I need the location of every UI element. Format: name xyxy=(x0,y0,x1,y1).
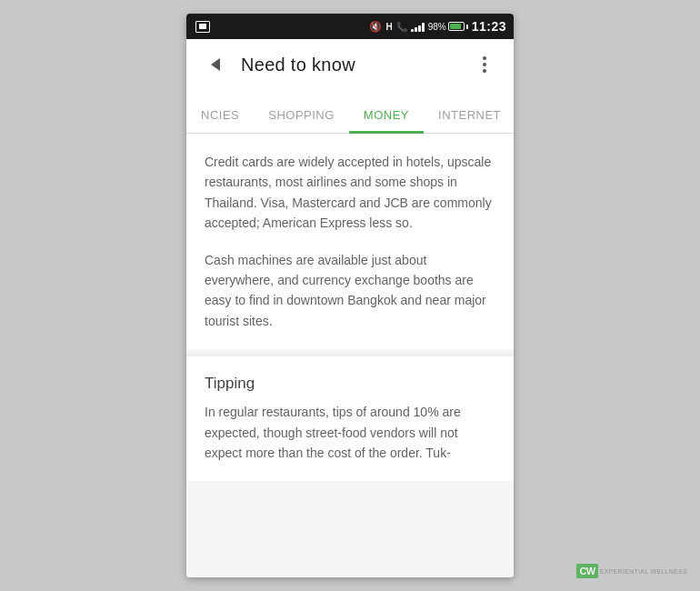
cw-badge: CW xyxy=(576,564,597,578)
cw-text: EXPERIENTIAL WELLNESS xyxy=(600,568,687,575)
battery-percentage: 98% xyxy=(428,22,446,32)
status-bar: 🔇 H 📞 98% 11:23 xyxy=(186,14,514,39)
back-arrow-icon xyxy=(211,58,220,71)
status-time: 11:23 xyxy=(472,19,506,34)
credit-cards-section: Credit cards are widely accepted in hote… xyxy=(186,134,514,349)
tab-internet[interactable]: INTERNET xyxy=(424,108,514,133)
network-type-icon: H xyxy=(385,22,392,32)
signal-icon xyxy=(411,21,425,32)
tab-shopping[interactable]: SHOPPING xyxy=(254,108,349,133)
call-icon: 📞 xyxy=(396,22,407,32)
more-options-button[interactable] xyxy=(470,50,499,79)
page-title: Need to know xyxy=(241,55,470,75)
status-right-icons: 🔇 H 📞 98% 11:23 xyxy=(369,19,506,34)
app-bar: Need to know xyxy=(186,39,514,90)
status-left-icons xyxy=(195,21,210,33)
back-button[interactable] xyxy=(201,50,230,79)
phone-frame: 🔇 H 📞 98% 11:23 xyxy=(186,14,514,577)
watermark: CW EXPERIENTIAL WELLNESS xyxy=(576,564,687,578)
dot3 xyxy=(483,69,486,73)
tab-bar: NCIES SHOPPING MONEY INTERNET xyxy=(186,90,514,134)
mute-icon: 🔇 xyxy=(369,21,382,33)
tab-money[interactable]: MONEY xyxy=(349,108,424,133)
tipping-title: Tipping xyxy=(205,375,495,393)
dot2 xyxy=(483,63,486,66)
cw-logo: CW EXPERIENTIAL WELLNESS xyxy=(576,564,687,578)
dot1 xyxy=(483,56,486,60)
content-area: Credit cards are widely accepted in hote… xyxy=(186,134,514,577)
tipping-paragraph: In regular restaurants, tips of around 1… xyxy=(205,402,495,463)
tab-currencies[interactable]: NCIES xyxy=(186,108,254,133)
battery-icon: 98% xyxy=(428,22,468,32)
cash-machines-paragraph: Cash machines are available just about e… xyxy=(205,250,495,332)
tipping-section: Tipping In regular restaurants, tips of … xyxy=(186,356,514,481)
credit-cards-paragraph: Credit cards are widely accepted in hote… xyxy=(205,152,495,234)
